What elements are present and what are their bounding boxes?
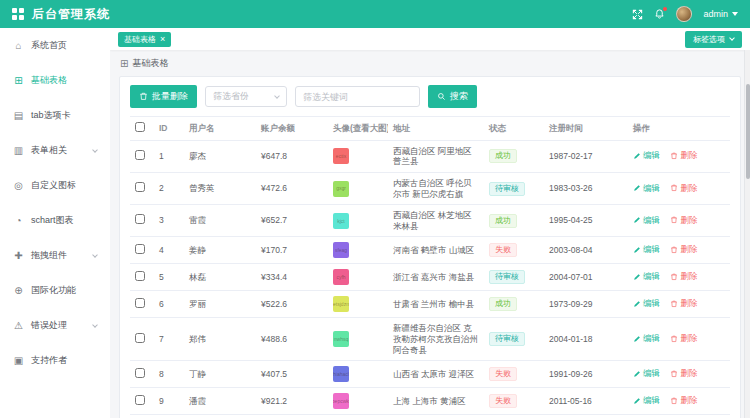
sidebar-item-label: 支持作者 [31, 354, 67, 367]
cell-name: 丁静 [184, 361, 256, 388]
table-card: 批量删除 筛选省份 搜索 [119, 76, 741, 418]
cell-balance: ¥334.4 [256, 264, 328, 291]
edit-button[interactable]: 编辑 [633, 271, 660, 282]
cell-balance: ¥647.8 [256, 140, 328, 172]
sidebar-item-support[interactable]: ▣ 支持作者 [0, 343, 110, 378]
edit-button[interactable]: 编辑 [633, 150, 660, 161]
delete-button[interactable]: 删除 [670, 271, 697, 282]
scrollbar-thumb[interactable] [746, 84, 750, 179]
sidebar-item-basic-table[interactable]: ⊞ 基础表格 [0, 63, 110, 98]
form-icon: ▥ [13, 145, 24, 156]
cell-address: 河南省 鹤壁市 山城区 [388, 237, 484, 264]
cell-id: 3 [154, 205, 184, 237]
province-select-placeholder: 筛选省份 [213, 90, 249, 103]
cell-address: 西藏自治区 林芝地区 米林县 [388, 205, 484, 237]
sidebar-item-label: 系统首页 [31, 39, 67, 52]
user-avatar[interactable] [676, 6, 692, 22]
cell-balance: ¥652.7 [256, 205, 328, 237]
delete-button[interactable]: 删除 [670, 298, 697, 309]
sidebar-item-i18n[interactable]: ⊕ 国际化功能 [0, 273, 110, 308]
row-checkbox[interactable] [135, 333, 145, 343]
province-select[interactable]: 筛选省份 [205, 86, 287, 107]
row-checkbox[interactable] [135, 182, 145, 192]
delete-button[interactable]: 删除 [670, 244, 697, 255]
cell-id: 2 [154, 172, 184, 204]
edit-button[interactable]: 编辑 [633, 395, 660, 406]
cell-name: 郑伟 [184, 318, 256, 361]
cell-date: 1991-09-26 [544, 361, 628, 388]
avatar-thumbnail[interactable]: etsjdzn [333, 296, 349, 312]
sidebar-item-home[interactable]: ⌂ 系统首页 [0, 28, 110, 63]
row-checkbox[interactable] [135, 395, 145, 405]
delete-button[interactable]: 删除 [670, 150, 697, 161]
cell-address: 山西省 太原市 迎泽区 [388, 361, 484, 388]
sidebar-item-drag[interactable]: ✚ 拖拽组件 [0, 238, 110, 273]
table-icon: ⊞ [120, 58, 128, 69]
row-checkbox[interactable] [135, 298, 145, 308]
col-header-status: 状态 [484, 117, 544, 141]
sidebar-item-schart[interactable]: ◔ schart图表 [0, 203, 110, 238]
bell-icon[interactable] [654, 8, 665, 20]
user-menu[interactable]: admin [703, 9, 738, 19]
row-checkbox[interactable] [135, 271, 145, 281]
col-header-name: 用户名 [184, 117, 256, 141]
batch-delete-button[interactable]: 批量删除 [130, 85, 197, 108]
chevron-down-icon [92, 252, 98, 258]
sidebar-item-label: tab选项卡 [31, 109, 71, 122]
avatar-thumbnail[interactable]: chiahacls [333, 366, 349, 382]
avatar-thumbnail[interactable]: gxgr [333, 181, 349, 197]
sidebar-item-error[interactable]: ⚠ 错误处理 [0, 308, 110, 343]
select-all-checkbox[interactable] [135, 122, 145, 132]
edit-button[interactable]: 编辑 [633, 215, 660, 226]
delete-button[interactable]: 删除 [670, 215, 697, 226]
sidebar-item-label: 国际化功能 [31, 284, 76, 297]
edit-button[interactable]: 编辑 [633, 183, 660, 194]
avatar-thumbnail[interactable]: cyfh [333, 269, 349, 285]
row-checkbox[interactable] [135, 244, 145, 254]
cell-address: 内蒙古自治区 呼伦贝尔市 新巴尔虎右旗 [388, 172, 484, 204]
table-row: 1 廖杰 ¥647.8 ectix 西藏自治区 阿里地区 普兰县 成功 1987… [130, 140, 730, 172]
logo-area: 后台管理系统 [12, 6, 110, 23]
cell-balance: ¥488.6 [256, 318, 328, 361]
row-checkbox[interactable] [135, 368, 145, 378]
edit-button[interactable]: 编辑 [633, 298, 660, 309]
keyword-input[interactable] [295, 86, 420, 107]
avatar-thumbnail[interactable]: bepcwkt [333, 393, 349, 409]
sidebar-item-tabs[interactable]: ▤ tab选项卡 [0, 98, 110, 133]
cell-date: 1995-04-25 [544, 205, 628, 237]
row-checkbox[interactable] [135, 150, 145, 160]
cell-date: 2003-08-04 [544, 237, 628, 264]
cell-name: 姜静 [184, 237, 256, 264]
delete-button[interactable]: 删除 [670, 183, 697, 194]
sidebar-item-forms[interactable]: ▥ 表单相关 [0, 133, 110, 168]
chevron-down-icon [729, 35, 735, 41]
edit-button[interactable]: 编辑 [633, 333, 660, 344]
avatar-thumbnail[interactable]: nwhsq [333, 331, 349, 347]
tag-options-button[interactable]: 标签选项 [685, 31, 742, 48]
avatar-thumbnail[interactable]: kjct [333, 213, 349, 229]
delete-button[interactable]: 删除 [670, 333, 697, 344]
row-checkbox[interactable] [135, 214, 145, 224]
col-header-address: 地址 [388, 117, 484, 141]
tab-close-icon[interactable]: × [160, 35, 165, 44]
fullscreen-icon[interactable] [632, 9, 643, 20]
sidebar-item-custom-icons[interactable]: ◎ 自定义图标 [0, 168, 110, 203]
search-button[interactable]: 搜索 [428, 85, 477, 108]
status-badge: 失败 [489, 243, 517, 257]
delete-button[interactable]: 删除 [670, 368, 697, 379]
sidebar: ⌂ 系统首页 ⊞ 基础表格 ▤ tab选项卡 ▥ 表单相关 ◎ 自定义图标 ◔ … [0, 28, 110, 418]
table-header-row: ID 用户名 账户余额 头像(查看大图) 地址 状态 注册时间 操作 [130, 117, 730, 141]
col-header-id: ID [154, 117, 184, 141]
avatar-thumbnail[interactable]: sfeag [333, 242, 349, 258]
avatar-thumbnail[interactable]: ectix [333, 148, 349, 164]
sidebar-item-label: 拖拽组件 [31, 249, 67, 262]
edit-button[interactable]: 编辑 [633, 244, 660, 255]
edit-button[interactable]: 编辑 [633, 368, 660, 379]
sidebar-item-label: 错误处理 [31, 319, 67, 332]
cell-date: 1983-03-26 [544, 172, 628, 204]
cell-id: 4 [154, 237, 184, 264]
cell-id: 7 [154, 318, 184, 361]
delete-button[interactable]: 删除 [670, 395, 697, 406]
tab-basic-table[interactable]: 基础表格 × [118, 32, 171, 47]
table-row: 7 郑伟 ¥488.6 nwhsq 新疆维吾尔自治区 克孜勒苏柯尔克孜自治州 阿… [130, 318, 730, 361]
